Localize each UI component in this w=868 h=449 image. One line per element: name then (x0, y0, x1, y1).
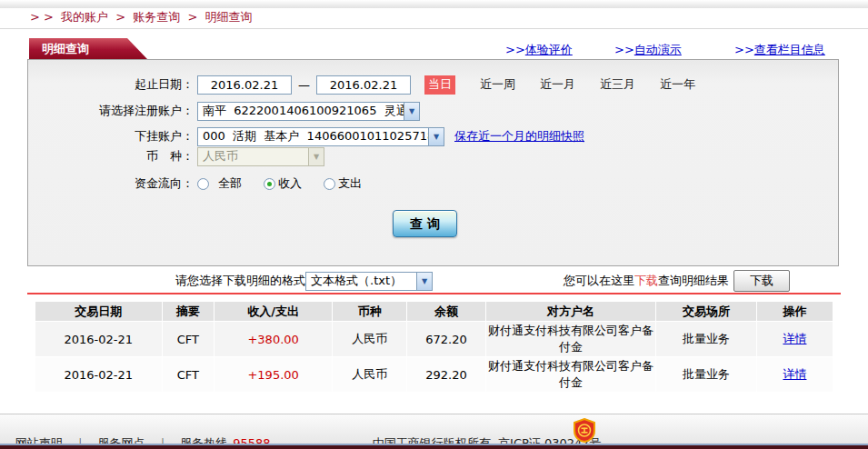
cell-summary: CFT (163, 357, 215, 392)
breadcrumb-item-detail-query[interactable]: 明细查询 (205, 10, 252, 24)
range-year-button[interactable]: 近一年 (660, 76, 695, 93)
cell-balance: 672.20 (407, 322, 484, 356)
registered-account-label: 请选择注册账户： (28, 103, 194, 119)
link-experience-rating[interactable]: >>体验评价 (505, 42, 573, 58)
radio-all-icon[interactable] (197, 178, 209, 190)
date-to-input[interactable] (316, 75, 411, 95)
link-auto-demo[interactable]: >>自动演示 (614, 42, 682, 58)
flow-direction-row: 资金流向： 全部 收入 支出 (28, 173, 838, 195)
download-format-label: 请您选择下载明细的格式 (175, 273, 305, 289)
date-range-row: 起止日期： — 当日 近一周 近一月 近三月 近一年 (28, 74, 838, 95)
today-button[interactable]: 当日 (424, 75, 455, 95)
cell-venue: 批量业务 (656, 322, 756, 356)
breadcrumb-item-my-account[interactable]: 我的账户 (61, 10, 108, 24)
link-prefix: >> (614, 43, 634, 56)
top-gradient-strip (0, 0, 868, 8)
flow-option-income[interactable]: 收入 (278, 175, 302, 192)
flow-option-all[interactable]: 全部 (218, 175, 242, 192)
col-header-action: 操作 (757, 302, 833, 321)
divider (0, 28, 868, 29)
chevron-down-icon: ▼ (428, 128, 444, 145)
col-header-summary: 摘要 (163, 302, 215, 321)
breadcrumb-item-account-query[interactable]: 账务查询 (133, 10, 180, 24)
link-prefix: >> (734, 43, 754, 56)
date-dash: — (298, 78, 310, 92)
tab-detail-query: 明细查询 (29, 38, 147, 59)
link-label: 体验评价 (525, 43, 573, 56)
download-result-group: 您可以在这里下载查询明细结果 下载 (564, 270, 790, 292)
download-format-value: 文本格式（.txt） (306, 273, 416, 289)
currency-label: 币 种： (28, 148, 194, 165)
chevron-down-icon: ▼ (416, 273, 432, 290)
query-button[interactable]: 查 询 (393, 210, 457, 237)
cell-amount: +195.00 (215, 357, 332, 392)
flow-option-expense[interactable]: 支出 (338, 175, 362, 192)
save-snapshot-link[interactable]: 保存近一个月的明细快照 (454, 128, 584, 145)
col-header-balance: 余额 (407, 302, 484, 321)
sub-account-label: 下挂账户： (28, 128, 194, 145)
download-button[interactable]: 下载 (733, 270, 790, 292)
radio-income-icon[interactable] (264, 178, 275, 190)
detail-link[interactable]: 详情 (783, 332, 806, 345)
sub-account-value: 000 活期 基本户 1406600101102571848 (198, 128, 428, 145)
registered-account-select[interactable]: 南平 6222001406100921065 灵通卡 ▼ (197, 102, 420, 121)
link-label: 查看栏目信息 (754, 43, 825, 56)
col-header-currency: 币种 (333, 302, 406, 321)
registered-account-row: 请选择注册账户： 南平 6222001406100921065 灵通卡 ▼ (28, 100, 838, 122)
cell-date: 2016-02-21 (35, 322, 162, 356)
cell-currency: 人民币 (333, 322, 406, 356)
detail-link[interactable]: 详情 (783, 367, 806, 381)
currency-select: 人民币 ▼ (197, 147, 324, 166)
breadcrumb-separator: > (115, 10, 125, 24)
table-row: 2016-02-21 CFT +380.00 人民币 672.20 财付通支付科… (35, 322, 833, 356)
download-hint-after: 查询明细结果 (658, 273, 729, 289)
table-header-row: 交易日期 摘要 收入/支出 币种 余额 对方户名 交易场所 操作 (35, 302, 833, 321)
page: > > 我的账户 > 账务查询 > 明细查询 明细查询 >>体验评价 >>自动演… (0, 0, 868, 449)
breadcrumb-separator: > (187, 10, 197, 24)
download-hint-keyword: 下载 (634, 273, 658, 289)
table-row: 2016-02-21 CFT +195.00 人民币 292.20 财付通支付科… (35, 357, 833, 392)
col-header-counterparty: 对方户名 (486, 302, 656, 321)
range-month-button[interactable]: 近一月 (540, 76, 575, 93)
cell-counterparty: 财付通支付科技有限公司客户备付金 (486, 322, 656, 356)
cell-summary: CFT (163, 322, 215, 356)
cell-venue: 批量业务 (656, 357, 756, 392)
red-divider (27, 293, 841, 294)
transactions-table: 交易日期 摘要 收入/支出 币种 余额 对方户名 交易场所 操作 2016-02… (35, 301, 833, 393)
link-column-info[interactable]: >>查看栏目信息 (734, 42, 825, 58)
flow-direction-label: 资金流向： (28, 175, 194, 192)
col-header-date: 交易日期 (35, 302, 162, 321)
cell-currency: 人民币 (333, 357, 406, 392)
icbc-badge-icon (573, 418, 596, 443)
sub-account-row: 下挂账户： 000 活期 基本户 1406600101102571848 ▼ 保… (28, 125, 838, 147)
download-format-group: 请您选择下载明细的格式 文本格式（.txt） ▼ (175, 270, 433, 292)
cell-amount: +380.00 (215, 322, 332, 356)
breadcrumb: > > 我的账户 > 账务查询 > 明细查询 (30, 9, 255, 25)
link-prefix: >> (505, 43, 525, 56)
col-header-venue: 交易场所 (656, 302, 756, 321)
query-form-panel: 起止日期： — 当日 近一周 近一月 近三月 近一年 请选择注册账户： 南平 6… (27, 59, 839, 266)
range-quarter-button[interactable]: 近三月 (600, 76, 635, 93)
cell-balance: 292.20 (407, 357, 484, 392)
download-format-select[interactable]: 文本格式（.txt） ▼ (305, 272, 433, 291)
sub-account-select[interactable]: 000 活期 基本户 1406600101102571848 ▼ (197, 127, 444, 146)
footer: 网站声明｜服务网点｜服务热线95588 中国工商银行版权所有 京ICP证 030… (0, 414, 868, 444)
col-header-amount: 收入/支出 (215, 302, 332, 321)
date-from-input[interactable] (197, 75, 292, 95)
date-range-label: 起止日期： (28, 76, 194, 93)
currency-row: 币 种： 人民币 ▼ (28, 145, 838, 167)
breadcrumb-prefix: > > (30, 10, 54, 24)
chevron-down-icon: ▼ (404, 103, 419, 120)
range-week-button[interactable]: 近一周 (480, 76, 515, 93)
currency-value: 人民币 (198, 148, 308, 165)
footer-maroon-bar (0, 445, 868, 449)
link-label: 自动演示 (634, 43, 682, 56)
download-hint-before: 您可以在这里 (564, 273, 634, 289)
registered-account-value: 南平 6222001406100921065 灵通卡 (198, 103, 404, 119)
cell-counterparty: 财付通支付科技有限公司客户备付金 (486, 357, 656, 392)
cell-date: 2016-02-21 (35, 357, 162, 392)
radio-expense-icon[interactable] (324, 178, 335, 190)
chevron-down-icon: ▼ (308, 148, 324, 165)
